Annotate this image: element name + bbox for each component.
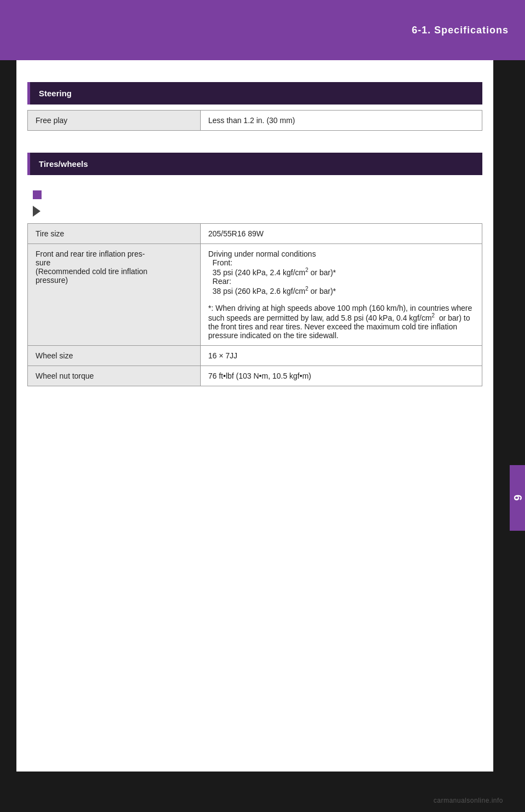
table-row: Tire size 205/55R16 89W bbox=[28, 224, 482, 244]
table-row: Wheel size 16 × 7JJ bbox=[28, 345, 482, 366]
note-arrow-icon bbox=[33, 206, 40, 217]
steering-table: Free play Less than 1.2 in. (30 mm) bbox=[27, 110, 482, 131]
superscript-2a: 2 bbox=[305, 267, 308, 273]
tires-table: Tire size 205/55R16 89W Front and rear t… bbox=[27, 223, 482, 386]
table-row: Wheel nut torque 76 ft•lbf (103 N•m, 10.… bbox=[28, 366, 482, 386]
table-row: Front and rear tire inflation pres-sure(… bbox=[28, 244, 482, 346]
label-wheel-torque: Wheel nut torque bbox=[28, 366, 201, 386]
value-wheel-torque: 76 ft•lbf (103 N•m, 10.5 kgf•m) bbox=[200, 366, 482, 386]
header-bar: 6-1. Specifications bbox=[0, 0, 525, 60]
page-title: 6-1. Specifications bbox=[412, 25, 509, 36]
note-section bbox=[27, 190, 482, 218]
value-inflation: Driving under normal conditions Front: 3… bbox=[200, 244, 482, 346]
note-square-icon bbox=[33, 190, 42, 199]
watermark: carmanualsonline.info bbox=[434, 797, 503, 804]
value-tire-size: 205/55R16 89W bbox=[200, 224, 482, 244]
label-tire-size: Tire size bbox=[28, 224, 201, 244]
label-free-play: Free play bbox=[28, 111, 201, 131]
label-inflation: Front and rear tire inflation pres-sure(… bbox=[28, 244, 201, 346]
superscript-2b: 2 bbox=[305, 286, 308, 292]
value-wheel-size: 16 × 7JJ bbox=[200, 345, 482, 366]
section2-header: Tires/wheels bbox=[27, 153, 482, 175]
main-content: Steering Free play Less than 1.2 in. (30… bbox=[16, 60, 493, 772]
table-row: Free play Less than 1.2 in. (30 mm) bbox=[28, 111, 482, 131]
side-tab-number: 6 bbox=[511, 495, 524, 501]
label-wheel-size: Wheel size bbox=[28, 345, 201, 366]
section1-header: Steering bbox=[27, 82, 482, 105]
side-tab: 6 bbox=[510, 465, 525, 531]
value-free-play: Less than 1.2 in. (30 mm) bbox=[200, 111, 482, 131]
superscript-2c: 2 bbox=[431, 312, 435, 318]
